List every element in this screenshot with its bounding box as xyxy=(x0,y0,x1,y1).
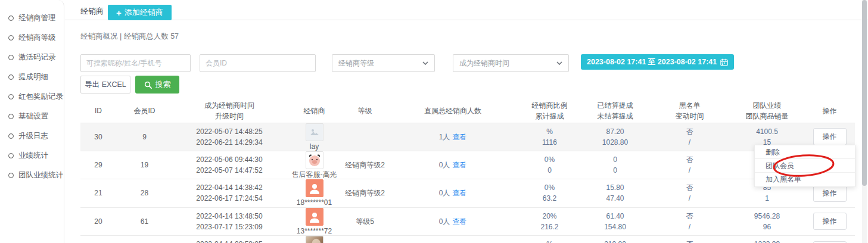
view-link[interactable]: 查看 xyxy=(452,189,466,197)
sidebar-item-label: 基础设置 xyxy=(18,111,48,122)
menu-item-team-members[interactable]: 团队会员 xyxy=(755,159,855,173)
cell-id: 29 xyxy=(80,151,116,179)
col-header-team: 团队业绩团队商品销量 xyxy=(730,100,804,123)
cell-action: 操作 xyxy=(804,207,855,235)
sidebar-item-team-performance-stats[interactable]: 团队业绩统计 xyxy=(0,166,64,185)
become-dealer-time-select[interactable]: 成为经销商时间 xyxy=(453,54,569,72)
sidebar-item-label: 红包奖励记录 xyxy=(18,92,63,102)
sidebar-item-performance-stats[interactable]: 业绩统计 xyxy=(0,146,64,166)
sidebar-item-activation-code[interactable]: 激活码记录 xyxy=(0,48,64,67)
dealer-level-select-value: 经销商等级 xyxy=(338,58,374,68)
col-header-direct-count: 直属总经销商人数 xyxy=(387,100,518,123)
table-header-row: ID 会员ID 成为经销商时间升级时间 经销商 等级 直属总经销商人数 经销商比… xyxy=(80,100,855,123)
become-dealer-time-value: 成为经销商时间 xyxy=(459,58,509,68)
cell-time: 2022-04-14 14:38:422022-06-17 17:24:54 xyxy=(173,179,286,207)
dealer-table: ID 会员ID 成为经销商时间升级时间 经销商 等级 直属总经销商人数 经销商比… xyxy=(80,100,855,243)
circle-bullet-icon xyxy=(8,35,14,40)
tab-bar: 经销商 + 添加经销商 xyxy=(65,0,868,20)
sidebar-item-basic-settings[interactable]: 基础设置 xyxy=(0,107,64,126)
cell-time: 2022-04-14 08:58:052022-09-02 11:52:52 xyxy=(173,236,286,243)
row-action-button[interactable]: 操作 xyxy=(813,185,847,202)
cell-ratio: %4427.63 xyxy=(518,236,581,243)
main-content: 经销商 + 添加经销商 经销商概况 | 经销商总人数 57 经销商等级 成为经销… xyxy=(65,0,868,243)
circle-bullet-icon xyxy=(8,114,14,119)
search-button-label: 搜索 xyxy=(155,79,171,90)
cell-level xyxy=(343,123,387,151)
view-link[interactable]: 查看 xyxy=(452,133,466,141)
col-header-ratio: 经销商比例累计提成 xyxy=(518,100,581,123)
cell-commission: 210.804113.83 xyxy=(581,236,649,243)
dealer-overview-summary: 经销商概况 | 经销商总人数 57 xyxy=(80,32,179,42)
cell-ratio: 20%216.2 xyxy=(518,207,581,235)
member-id-input[interactable] xyxy=(200,54,316,72)
dealer-nickname: 18*******01 xyxy=(297,198,332,207)
cell-action: 操作 xyxy=(804,236,855,243)
circle-bullet-icon xyxy=(8,153,14,158)
col-header-action: 操作 xyxy=(804,100,855,123)
cell-id: 30 xyxy=(80,123,116,151)
export-excel-button[interactable]: 导出 EXCEL xyxy=(80,76,130,94)
chevron-down-icon xyxy=(422,60,428,66)
sidebar-item-label: 经销商管理 xyxy=(18,13,56,23)
tab-dealer[interactable]: 经销商 xyxy=(80,6,104,17)
sidebar-item-label: 升级日志 xyxy=(18,131,48,141)
cell-id: 20 xyxy=(80,207,116,235)
sidebar-item-redpacket-record[interactable]: 红包奖励记录 xyxy=(0,87,64,107)
sidebar-item-label: 经销商等级 xyxy=(18,33,56,43)
cell-member-id: 16 xyxy=(116,236,173,243)
cell-commission: 61.40154.80 xyxy=(581,207,649,235)
sidebar-item-commission-detail[interactable]: 提成明细 xyxy=(0,67,64,87)
date-range-text: 2023-08-02 17:41 至 2023-08-02 17:41 xyxy=(587,57,717,67)
cell-level: 等级5 xyxy=(343,207,387,235)
date-range-button[interactable]: 2023-08-02 17:41 至 2023-08-02 17:41 xyxy=(581,54,734,70)
dealer-nickname: 13*******72 xyxy=(297,227,332,235)
circle-bullet-icon xyxy=(8,94,14,99)
col-header-member-id: 会员ID xyxy=(116,100,173,123)
row-action-button[interactable]: 操作 xyxy=(813,213,847,230)
dealer-nickname: lay xyxy=(310,142,319,151)
chevron-down-icon xyxy=(556,60,562,66)
calendar-icon xyxy=(720,58,728,66)
pig-cartoon-avatar xyxy=(306,151,323,169)
broken-image-icon xyxy=(306,123,323,141)
cell-commission: 87.201028.80 xyxy=(581,123,649,151)
dealer-level-select[interactable]: 经销商等级 xyxy=(332,54,435,72)
sidebar-item-dealer-management[interactable]: 经销商管理 xyxy=(0,8,64,28)
row-action-button[interactable]: 操作 xyxy=(813,128,847,145)
sidebar-item-dealer-level[interactable]: 经销商等级 xyxy=(0,28,64,48)
col-header-dealer: 经销商 xyxy=(286,100,343,123)
cell-time: 2022-04-14 13:48:502023-07-17 15:23:09 xyxy=(173,207,286,235)
add-dealer-label: 添加经销商 xyxy=(125,7,163,18)
cell-team: 9546.2896 xyxy=(730,207,804,235)
cell-member-id: 9 xyxy=(116,123,173,151)
dealer-nickname: 售后客服-高光 xyxy=(292,170,337,179)
view-link[interactable]: 查看 xyxy=(452,217,466,226)
cell-blacklist: 否/ xyxy=(649,151,730,179)
search-icon xyxy=(144,81,152,89)
cell-time: 2022-05-06 09:44:302022-05-07 14:47:52 xyxy=(173,151,286,179)
cell-commission: 00 xyxy=(581,151,649,179)
vertical-scrollbar xyxy=(862,0,867,243)
sidebar-item-label: 团队业绩统计 xyxy=(18,170,63,180)
photo-avatar xyxy=(306,236,323,243)
cell-direct-count: 0人查看 xyxy=(387,236,518,243)
cell-level: 经销商等级2 xyxy=(343,151,387,179)
scrollbar-thumb[interactable] xyxy=(862,0,867,186)
cell-dealer: 售后客服-高光 xyxy=(286,151,343,179)
circle-bullet-icon xyxy=(8,15,14,21)
cell-blacklist: 否/ xyxy=(649,179,730,207)
add-dealer-button[interactable]: + 添加经销商 xyxy=(108,5,172,20)
sidebar-item-upgrade-log[interactable]: 升级日志 xyxy=(0,126,64,146)
search-button[interactable]: 搜索 xyxy=(135,76,179,94)
view-link[interactable]: 查看 xyxy=(452,161,466,169)
col-header-commission: 已结算提成未结算提成 xyxy=(581,100,649,123)
menu-item-delete[interactable]: 删除 xyxy=(755,145,855,159)
menu-item-add-to-blacklist[interactable]: 加入黑名单 xyxy=(755,173,855,186)
circle-bullet-icon xyxy=(8,173,14,178)
circle-bullet-icon xyxy=(8,133,14,139)
col-header-time: 成为经销商时间升级时间 xyxy=(173,100,286,123)
cell-dealer: 13*******72 xyxy=(286,207,343,235)
keyword-search-input[interactable] xyxy=(80,54,191,72)
cell-level xyxy=(343,236,387,243)
cell-member-id: 19 xyxy=(116,151,173,179)
